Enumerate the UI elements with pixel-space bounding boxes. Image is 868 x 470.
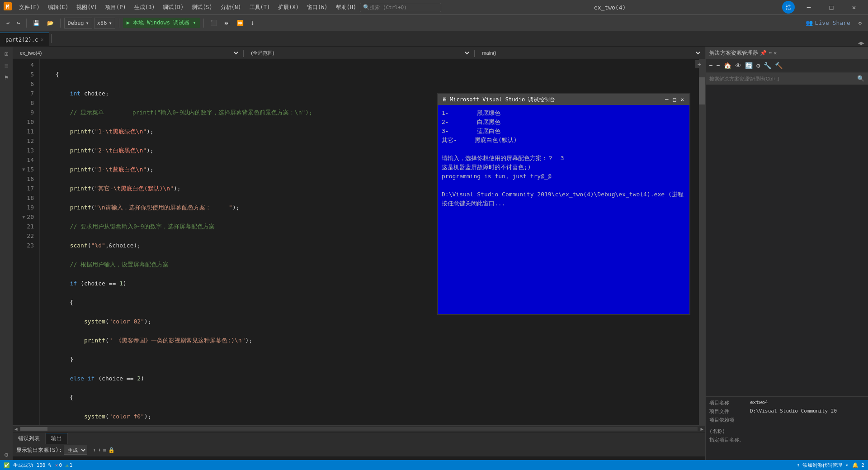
close-button[interactable]: ✕ <box>844 0 864 14</box>
tab-close-button[interactable]: × <box>41 37 43 42</box>
search-box[interactable]: 🔍 搜索 (Ctrl+Q) <box>360 3 441 12</box>
settings-btn[interactable]: ⚙ <box>856 19 864 27</box>
solution-header-arrow[interactable]: ⬅ <box>769 50 772 56</box>
prop-value-1: extwo4 <box>750 399 768 406</box>
sol-forward-icon[interactable]: ➡ <box>715 61 721 70</box>
menu-test[interactable]: 测试(S) <box>188 3 216 12</box>
solution-title: 解决方案资源管理器 <box>709 49 758 57</box>
output-toolbar: 显示输出来源(S): 生成 ⬆ ⬇ ≡ 🔒 <box>13 444 705 456</box>
h-scroll-thumb[interactable] <box>20 427 47 431</box>
console-line-11: 按任意键关闭此窗口... <box>442 199 686 208</box>
sol-refresh-icon[interactable]: 🔄 <box>744 61 754 70</box>
scroll-left-btn[interactable]: ◀ <box>13 426 19 432</box>
console-maximize[interactable]: □ <box>671 96 678 103</box>
tab-errors[interactable]: 错误列表 <box>13 433 46 444</box>
output-down-btn[interactable]: ⬇ <box>98 447 101 453</box>
line-numbers: 4 5 6 7 8 9 10 11 12 13 14 ▼15 16 17 18 … <box>13 59 38 425</box>
warning-count: 1 <box>70 462 73 468</box>
restore-button[interactable]: □ <box>821 0 842 14</box>
sol-back-icon[interactable]: ⬅ <box>708 61 714 70</box>
menu-extensions[interactable]: 扩展(X) <box>274 3 302 12</box>
h-scroll-track[interactable] <box>20 427 698 431</box>
undo-btn[interactable]: ↩ <box>4 19 12 27</box>
vs-logo: M <box>4 2 12 12</box>
menu-tools[interactable]: 工具(T) <box>246 3 274 12</box>
bottom-tabs: 错误列表 输出 <box>13 432 705 444</box>
menu-analyze[interactable]: 分析(N) <box>217 3 245 12</box>
arch-dropdown[interactable]: x86▾ <box>94 18 115 28</box>
live-share-label: Live Share <box>815 19 850 26</box>
user-avatar[interactable]: 浩 <box>782 1 795 14</box>
console-minimize[interactable]: ─ <box>663 96 670 103</box>
menu-help[interactable]: 帮助(H) <box>332 3 360 12</box>
prop-value-2: D:\Visual Studio Community 20 <box>750 408 837 415</box>
console-content: 1- 黑底绿色 2- 白底黑色 3- 蓝底白色 其它- 黑底白色(默认) 请输入… <box>438 105 689 314</box>
horizontal-scrollbar[interactable]: ◀ ▶ <box>13 426 705 432</box>
menu-file[interactable]: 文件(F) <box>15 3 43 12</box>
breakpoint-btn[interactable]: ⬛ <box>208 19 220 27</box>
add-source-control[interactable]: ⬆ 添加到源代码管理 ▾ <box>797 462 849 469</box>
code-line-21: { <box>42 393 699 402</box>
scroll-right-btn[interactable]: ▶ <box>698 426 705 432</box>
sol-settings-icon[interactable]: ⚙ <box>755 61 761 70</box>
console-line-8: programming is fun, just try@_@ <box>442 172 686 181</box>
output-source-dropdown[interactable]: 生成 <box>64 446 87 455</box>
menu-bar: 文件(F) 编辑(E) 视图(V) 项目(P) 生成(B) 调试(D) 测试(S… <box>15 3 360 12</box>
output-lock-btn[interactable]: 🔒 <box>108 447 115 453</box>
scope-dropdown[interactable]: (全局范围) <box>247 48 471 58</box>
main-content: ⊞ ≡ ⚑ ⚙ ex_two(4) | (全局范围) | main() 4 5 … <box>0 47 868 460</box>
scroll-thumb[interactable] <box>699 77 705 104</box>
tab-output[interactable]: 输出 <box>46 433 68 444</box>
menu-build[interactable]: 生成(B) <box>131 3 159 12</box>
menu-edit[interactable]: 编辑(E) <box>44 3 72 12</box>
redo-btn[interactable]: ↪ <box>14 19 23 27</box>
sidebar-icon-2[interactable]: ≡ <box>1 60 12 71</box>
sidebar-icon-3[interactable]: ⚑ <box>1 72 12 83</box>
console-close[interactable]: ✕ <box>679 96 686 103</box>
editor-tab-active[interactable]: part2(2).c × <box>0 33 49 46</box>
menu-debug[interactable]: 调试(D) <box>159 3 187 12</box>
solution-search-input[interactable] <box>709 76 855 81</box>
tab-scroll-right[interactable]: ▶ <box>861 40 864 46</box>
minimize-button[interactable]: ─ <box>798 0 819 14</box>
left-sidebar: ⊞ ≡ ⚑ ⚙ <box>0 47 13 460</box>
live-share-button[interactable]: 👥 Live Share <box>802 18 854 28</box>
output-wrap-btn[interactable]: ≡ <box>103 447 106 453</box>
solution-panel: 解决方案资源管理器 📌 ⬅ ✕ ⬅ ➡ 🏠 👁 🔄 ⚙ 🔧 🔨 🔍 <box>705 47 868 460</box>
menu-view[interactable]: 视图(V) <box>73 3 101 12</box>
status-bar: ✅ 生成成功 100 % ✕ 0 ⚠ 1 ⬆ 添加到源代码管理 ▾ 🔔 2 <box>0 460 868 470</box>
menu-window[interactable]: 窗口(W) <box>303 3 331 12</box>
error-indicator: ✕ 0 <box>55 462 62 468</box>
sol-filter-icon[interactable]: 🔧 <box>762 61 773 70</box>
solution-search-icon: 🔍 <box>857 75 864 82</box>
solution-close-icon[interactable]: ✕ <box>774 50 777 56</box>
prop-row-4: (名称) <box>709 427 864 436</box>
sol-wrench-icon[interactable]: 🔨 <box>774 61 784 70</box>
step-over-btn[interactable]: ⏩ <box>234 19 246 27</box>
sidebar-icon-4[interactable]: ⚙ <box>1 449 12 460</box>
editor-scrollbar[interactable] <box>699 59 705 425</box>
properties-panel: 项目名称 extwo4 项目文件 D:\Visual Studio Commun… <box>706 396 868 460</box>
member-dropdown[interactable]: main() <box>478 48 702 58</box>
step-btn[interactable]: ⏭ <box>222 19 232 27</box>
notification-bell[interactable]: 🔔 2 <box>852 462 864 468</box>
run-button[interactable]: ▶ 本地 Windows 调试器 ▾ <box>123 18 200 28</box>
sidebar-icon-1[interactable]: ⊞ <box>1 48 12 59</box>
project-dropdown[interactable]: ex_two(4) <box>16 48 240 58</box>
add-code-button[interactable]: + <box>695 60 703 68</box>
output-clear-btn[interactable]: ⬆ <box>93 447 96 453</box>
sol-view-icon[interactable]: 👁 <box>734 61 743 70</box>
tab-scroll-left[interactable]: ◀ <box>858 40 861 46</box>
build-status: ✅ 生成成功 <box>4 462 33 469</box>
step-into-btn[interactable]: ⤵ <box>248 19 256 27</box>
code-line-19: } <box>42 355 699 364</box>
warning-icon: ⚠ <box>66 462 69 468</box>
console-line-6: 请输入，选择你想使用的屏幕配色方案：？ 3 <box>442 154 686 163</box>
debug-mode-dropdown[interactable]: Debug▾ <box>64 18 92 28</box>
save-btn[interactable]: 💾 <box>30 19 42 27</box>
open-btn[interactable]: 📂 <box>44 19 57 27</box>
menu-project[interactable]: 项目(P) <box>102 3 130 12</box>
solution-pin-icon[interactable]: 📌 <box>760 50 767 56</box>
sol-home-icon[interactable]: 🏠 <box>722 61 733 70</box>
prop-label-1: 项目名称 <box>709 399 750 406</box>
